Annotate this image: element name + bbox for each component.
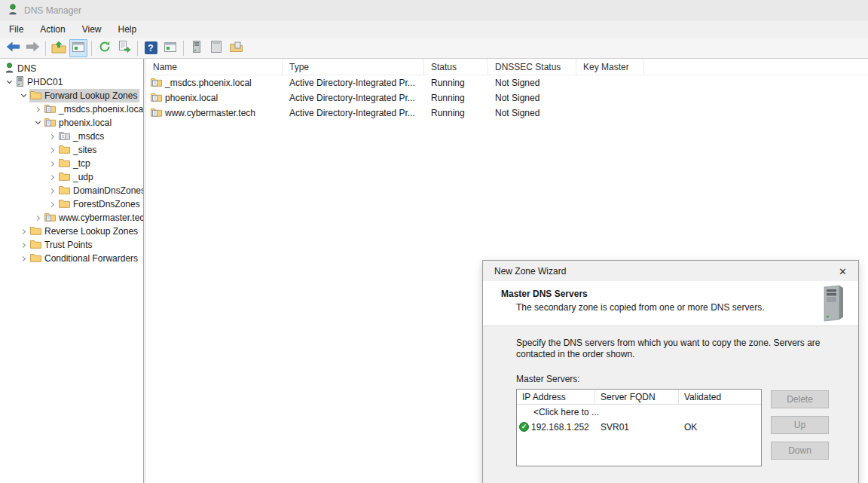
console-window-button[interactable] — [207, 39, 225, 57]
chevron-right-icon[interactable] — [47, 148, 58, 152]
toolbar-separator — [45, 41, 46, 56]
delete-button[interactable]: Delete — [771, 390, 829, 408]
up-button[interactable]: Up — [771, 416, 829, 434]
show-console-tree-icon — [72, 42, 84, 54]
tree-item-label: _msdcs.phoenix.local — [59, 104, 144, 115]
up-one-level-button[interactable] — [50, 39, 68, 57]
tree-item-www-cybermaster-tech[interactable]: www.cybermaster.tech — [0, 211, 143, 225]
column-header-name[interactable]: Name — [146, 59, 283, 75]
master-server-row[interactable]: ✓192.168.1.252 SVR01 OK — [517, 420, 761, 434]
help-button[interactable]: ? — [142, 39, 160, 57]
dialog-header-title: Master DNS Servers — [501, 289, 588, 299]
zone-row-msdcs-phoenix-local[interactable]: _msdcs.phoenix.local Active Directory-In… — [146, 75, 868, 90]
toolbar-separator — [183, 41, 184, 56]
tree-item-msdcs[interactable]: _msdcs — [0, 130, 143, 143]
zone-folder-icon — [151, 77, 162, 89]
menu-action[interactable]: Action — [32, 22, 73, 37]
export-list-icon — [118, 41, 131, 55]
zone-row-phoenix-local[interactable]: phoenix.local Active Directory-Integrate… — [146, 90, 868, 105]
tree-item-label: Reverse Lookup Zones — [44, 226, 138, 237]
zone-dnssec-status: Not Signed — [488, 108, 576, 118]
chevron-right-icon[interactable] — [47, 176, 58, 179]
menu-view[interactable]: View — [74, 22, 110, 37]
chevron-right-icon[interactable] — [47, 162, 58, 166]
tree-item-dns-root[interactable]: DNS — [0, 62, 143, 75]
zone-folder-button[interactable] — [227, 39, 245, 57]
column-header-type[interactable]: Type — [283, 59, 424, 75]
dns-manager-window: DNS Manager File Action View Help ? — [0, 0, 868, 483]
zone-folder-gray-icon — [59, 130, 70, 142]
tree-item-tcp[interactable]: _tcp — [0, 157, 143, 170]
tree-item-domaindnszones[interactable]: DomainDnsZones — [0, 184, 143, 197]
chevron-right-icon[interactable] — [47, 135, 58, 139]
tree-item-label: ForestDnsZones — [73, 199, 140, 209]
close-icon[interactable]: ✕ — [836, 265, 850, 278]
properties-window-button[interactable] — [161, 39, 179, 57]
console-tree-panel: DNS PHDC01 Forward Lookup Zones _msdcs.p… — [0, 59, 144, 483]
column-header-ip-address[interactable]: IP Address — [517, 390, 595, 404]
forward-button[interactable] — [23, 39, 41, 57]
folder-icon — [59, 185, 70, 197]
tree-item-label: _sites — [73, 145, 96, 155]
zone-folder-icon — [151, 92, 162, 104]
tree-item-label: _udp — [73, 172, 93, 182]
menu-file[interactable]: File — [1, 22, 32, 37]
folder-icon — [59, 157, 70, 170]
tree-item-trust-points[interactable]: Trust Points — [0, 238, 143, 252]
column-header-status[interactable]: Status — [424, 59, 488, 75]
server-validated: OK — [679, 422, 760, 433]
properties-window-icon — [164, 42, 176, 54]
chevron-right-icon[interactable] — [47, 189, 58, 193]
export-list-button[interactable] — [115, 39, 133, 57]
column-header-dnssec-status[interactable]: DNSSEC Status — [488, 59, 576, 75]
title-bar: DNS Manager — [0, 0, 868, 21]
chevron-right-icon[interactable] — [18, 243, 29, 247]
tree-item-conditional-forwarders[interactable]: Conditional Forwarders — [0, 252, 143, 265]
chevron-down-icon[interactable] — [4, 79, 15, 85]
back-icon — [6, 41, 20, 54]
menu-help[interactable]: Help — [110, 22, 145, 37]
zone-name: phoenix.local — [165, 93, 218, 103]
tree-item-msdcs-phoenix-local[interactable]: _msdcs.phoenix.local — [0, 102, 143, 116]
dns-manager-app-icon — [8, 4, 18, 17]
tree-item-forward-lookup-zones[interactable]: Forward Lookup Zones — [0, 89, 143, 102]
chevron-right-icon[interactable] — [18, 230, 29, 234]
tree-item-label: Trust Points — [44, 240, 93, 250]
chevron-down-icon[interactable] — [18, 93, 29, 99]
dns-root-icon — [5, 63, 14, 75]
zone-row-www-cybermaster-tech[interactable]: www.cybermaster.tech Active Directory-In… — [146, 105, 868, 121]
add-server-placeholder-row[interactable]: <Click here to ... — [517, 407, 761, 420]
zone-folder-icon — [44, 212, 56, 224]
server-tool-button[interactable] — [188, 39, 206, 57]
tree-item-sites[interactable]: _sites — [0, 143, 143, 157]
refresh-button[interactable] — [96, 39, 114, 57]
chevron-right-icon[interactable] — [32, 216, 44, 220]
chevron-down-icon[interactable] — [32, 120, 44, 126]
show-console-tree-button[interactable] — [69, 39, 87, 57]
tree-item-label: DomainDnsZones — [73, 185, 144, 196]
window-title: DNS Manager — [24, 5, 81, 16]
folder-icon — [59, 171, 70, 183]
down-button[interactable]: Down — [771, 442, 829, 460]
tree-item-phoenix-local[interactable]: phoenix.local — [0, 116, 143, 130]
tree-item-reverse-lookup-zones[interactable]: Reverse Lookup Zones — [0, 225, 143, 238]
master-servers-table-header: IP Address Server FQDN Validated — [517, 390, 761, 405]
tree-item-forestdnszones[interactable]: ForestDnsZones — [0, 197, 143, 211]
zone-folder-icon — [44, 103, 56, 115]
refresh-icon — [99, 41, 111, 55]
dialog-header-subtitle: The secondary zone is copied from one or… — [516, 302, 764, 313]
master-servers-label: Master Servers: — [516, 374, 858, 384]
back-button[interactable] — [4, 39, 22, 57]
chevron-right-icon[interactable] — [32, 108, 44, 112]
validated-check-icon: ✓ — [519, 422, 529, 432]
column-header-validated[interactable]: Validated — [679, 390, 760, 404]
chevron-right-icon[interactable] — [18, 257, 29, 261]
chevron-right-icon[interactable] — [47, 203, 58, 206]
column-header-key-master[interactable]: Key Master — [576, 59, 644, 75]
column-header-server-fqdn[interactable]: Server FQDN — [595, 390, 679, 404]
tree-item-udp[interactable]: _udp — [0, 170, 143, 184]
tree-item-phdc01[interactable]: PHDC01 — [0, 75, 143, 89]
folder-icon — [59, 144, 70, 156]
dialog-title: New Zone Wizard — [494, 266, 566, 277]
server-icon — [16, 76, 24, 89]
